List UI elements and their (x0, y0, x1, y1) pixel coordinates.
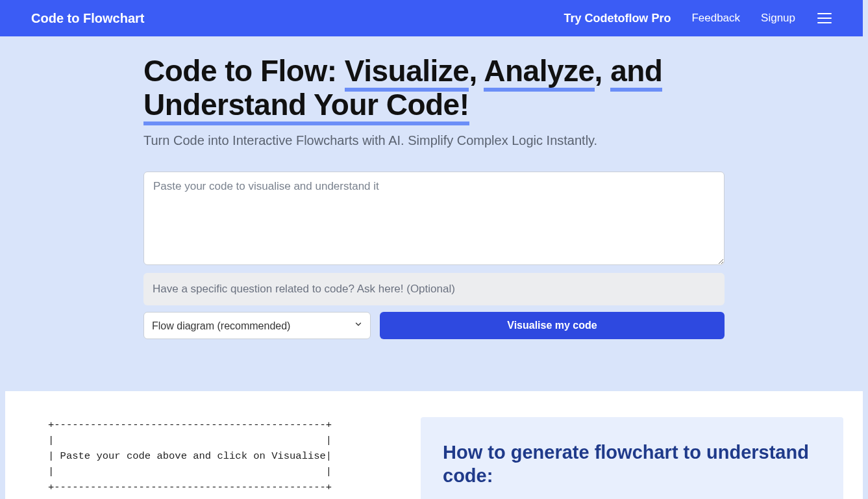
brand-logo[interactable]: Code to Flowchart (31, 11, 144, 26)
diagram-type-select[interactable]: Flow diagram (recommended) (143, 312, 371, 339)
title-underline-visualize: Visualize (345, 54, 469, 92)
question-input[interactable] (143, 273, 725, 305)
visualise-button[interactable]: Visualise my code (380, 312, 725, 339)
try-pro-link[interactable]: Try Codetoflow Pro (564, 12, 671, 25)
feedback-link[interactable]: Feedback (691, 12, 740, 25)
hero-section: Code to Flow: Visualize, Analyze, and Un… (143, 36, 725, 391)
hero-title: Code to Flow: Visualize, Analyze, and Un… (143, 55, 725, 122)
main-navbar: Code to Flowchart Try Codetoflow Pro Fee… (0, 0, 863, 36)
ascii-placeholder: +---------------------------------------… (25, 417, 408, 499)
howto-title: How to generate flowchart to understand … (443, 441, 821, 488)
hero-subtitle: Turn Code into Interactive Flowcharts wi… (143, 133, 725, 148)
lower-section: +---------------------------------------… (5, 391, 863, 499)
title-prefix: Code to Flow: (143, 54, 345, 88)
title-underline-and: and (610, 54, 662, 92)
code-input[interactable] (143, 172, 725, 265)
diagram-type-select-wrap: Flow diagram (recommended) (143, 312, 371, 339)
hamburger-menu-icon[interactable] (817, 13, 832, 23)
title-underline-understand: Understand Your Code! (143, 88, 469, 125)
howto-panel: How to generate flowchart to understand … (421, 417, 843, 499)
title-underline-analyze: Analyze (484, 54, 594, 92)
signup-link[interactable]: Signup (761, 12, 795, 25)
controls-row: Flow diagram (recommended) Visualise my … (143, 312, 725, 339)
